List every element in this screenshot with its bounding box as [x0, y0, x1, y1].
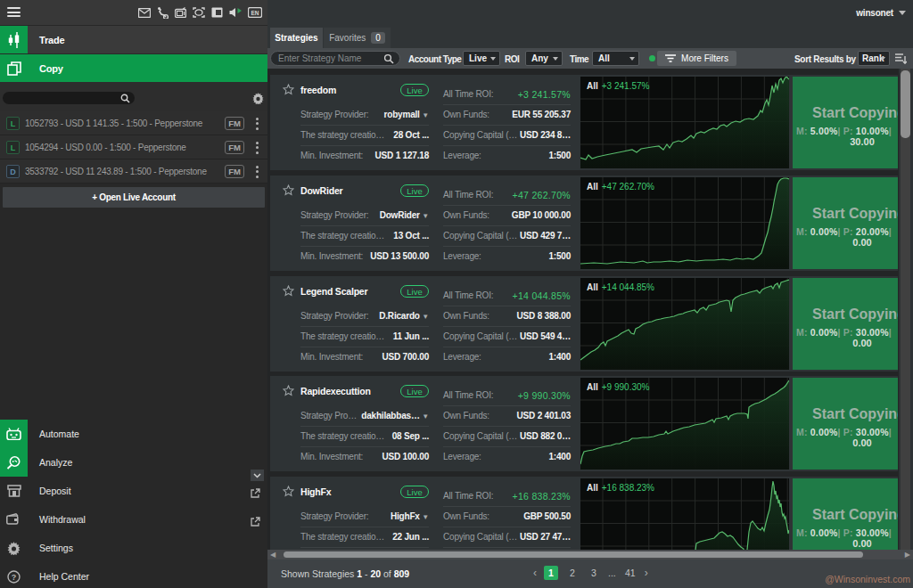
svg-text:EN: EN — [251, 10, 259, 16]
svg-text:?: ? — [12, 573, 17, 582]
